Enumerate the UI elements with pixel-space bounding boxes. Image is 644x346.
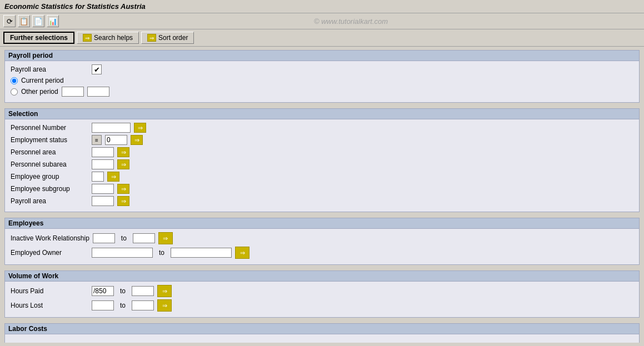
other-period-label: Other period	[21, 88, 58, 96]
section-selection: Selection Personnel Number ⇒ Employment …	[4, 108, 640, 212]
page-title: Economic Statistics for Statistics Austr…	[4, 2, 146, 11]
tab-search-helps[interactable]: ⇒ Search helps	[77, 32, 139, 44]
tab-arrow-search: ⇒	[83, 34, 92, 42]
tab-further-selections-label: Further selections	[10, 34, 68, 42]
employed-owner-row: Employed Owner to ⇒	[11, 247, 633, 259]
inactive-work-to[interactable]	[133, 233, 155, 243]
personnel-number-input[interactable]	[92, 123, 131, 133]
section-volume-of-work: Volume of Work Hours Paid to ⇒ Hours Los…	[4, 270, 640, 318]
inactive-work-from[interactable]	[93, 233, 115, 243]
watermark: © www.tutorialkart.com	[61, 17, 641, 26]
employment-status-filter-btn[interactable]: ≡	[92, 135, 102, 145]
section-labor-costs: Labor Costs	[4, 323, 640, 343]
other-period-input-2[interactable]	[87, 87, 109, 97]
employee-group-row: Employee group ⇒	[11, 172, 633, 182]
section-volume-of-work-body: Hours Paid to ⇒ Hours Lost to ⇒	[5, 282, 639, 317]
section-payroll-period: Payroll period Payroll area ✔ Current pe…	[4, 50, 640, 103]
employment-status-arrow-btn[interactable]: ⇒	[131, 135, 143, 145]
employed-owner-from[interactable]	[92, 248, 153, 258]
toolbar-btn-4[interactable]: 📊	[47, 15, 59, 27]
personnel-subarea-row: Personnel subarea ⇒	[11, 159, 633, 169]
personnel-area-label: Personnel area	[11, 148, 88, 156]
personnel-area-input[interactable]	[92, 147, 114, 157]
hours-paid-row: Hours Paid to ⇒	[11, 285, 633, 297]
hours-lost-label: Hours Lost	[11, 302, 88, 309]
toolbar-btn-1[interactable]: ⟳	[3, 15, 16, 27]
employed-owner-to[interactable]	[171, 248, 232, 258]
personnel-number-row: Personnel Number ⇒	[11, 123, 633, 133]
inactive-work-to-label: to	[118, 234, 129, 242]
hours-paid-from[interactable]	[92, 286, 114, 296]
current-period-label: Current period	[21, 77, 64, 84]
title-bar: Economic Statistics for Statistics Austr…	[0, 0, 644, 13]
section-labor-costs-header: Labor Costs	[5, 324, 639, 334]
tab-search-helps-label: Search helps	[94, 34, 133, 42]
section-payroll-period-body: Payroll area ✔ Current period Other peri…	[5, 61, 639, 102]
employee-subgroup-row: Employee subgroup ⇒	[11, 184, 633, 194]
employment-status-row: Employment status ≡ ⇒	[11, 135, 633, 145]
personnel-subarea-input[interactable]	[92, 159, 114, 169]
personnel-area-arrow-btn[interactable]: ⇒	[117, 147, 129, 157]
tab-sort-order[interactable]: ⇒ Sort order	[141, 32, 194, 44]
other-period-input-1[interactable]	[62, 87, 84, 97]
tab-arrow-sort: ⇒	[147, 34, 156, 42]
personnel-subarea-arrow-btn[interactable]: ⇒	[117, 159, 129, 169]
current-period-radio[interactable]	[11, 77, 18, 84]
payroll-area-sel-row: Payroll area ⇒	[11, 196, 633, 206]
tab-bar: Further selections ⇒ Search helps ⇒ Sort…	[0, 29, 644, 47]
payroll-area-sel-arrow-btn[interactable]: ⇒	[117, 196, 129, 206]
other-period-radio[interactable]	[11, 88, 18, 96]
personnel-number-arrow-btn[interactable]: ⇒	[134, 123, 146, 133]
employment-status-label: Employment status	[11, 136, 88, 144]
hours-lost-from[interactable]	[92, 300, 114, 310]
hours-lost-to-label: to	[117, 302, 128, 309]
employee-group-arrow-btn[interactable]: ⇒	[107, 172, 119, 182]
inactive-work-arrow-btn[interactable]: ⇒	[158, 232, 173, 244]
hours-paid-label: Hours Paid	[11, 287, 88, 295]
payroll-area-row: Payroll area ✔	[11, 64, 633, 74]
section-employees-body: Inactive Work Relationship to ⇒ Employed…	[5, 229, 639, 264]
hours-lost-row: Hours Lost to ⇒	[11, 299, 633, 312]
tab-further-selections[interactable]: Further selections	[3, 32, 74, 44]
section-payroll-period-header: Payroll period	[5, 51, 639, 61]
other-period-row: Other period	[11, 87, 633, 97]
current-period-row: Current period	[11, 77, 633, 84]
content-area: Payroll period Payroll area ✔ Current pe…	[0, 47, 644, 343]
employee-group-input[interactable]	[92, 172, 104, 182]
personnel-area-row: Personnel area ⇒	[11, 147, 633, 157]
section-selection-body: Personnel Number ⇒ Employment status ≡ ⇒…	[5, 119, 639, 212]
toolbar-btn-2[interactable]: 📋	[18, 15, 30, 27]
hours-paid-to-label: to	[117, 287, 128, 295]
hours-lost-arrow-btn[interactable]: ⇒	[157, 299, 172, 312]
section-employees-header: Employees	[5, 218, 639, 229]
hours-lost-to[interactable]	[132, 300, 154, 310]
section-labor-costs-body	[5, 334, 639, 343]
employee-subgroup-arrow-btn[interactable]: ⇒	[117, 184, 129, 194]
personnel-subarea-label: Personnel subarea	[11, 161, 88, 168]
inactive-work-row: Inactive Work Relationship to ⇒	[11, 232, 633, 244]
toolbar-btn-3[interactable]: 📄	[32, 15, 44, 27]
section-employees: Employees Inactive Work Relationship to …	[4, 218, 640, 265]
employed-owner-arrow-btn[interactable]: ⇒	[235, 247, 249, 259]
inactive-work-label: Inactive Work Relationship	[11, 234, 89, 242]
toolbar: ⟳ 📋 📄 📊 © www.tutorialkart.com	[0, 13, 644, 29]
personnel-number-label: Personnel Number	[11, 124, 88, 132]
tab-sort-order-label: Sort order	[158, 34, 188, 42]
payroll-area-sel-input[interactable]	[92, 196, 114, 206]
section-selection-header: Selection	[5, 109, 639, 119]
section-volume-of-work-header: Volume of Work	[5, 271, 639, 282]
employee-group-label: Employee group	[11, 173, 88, 180]
employed-owner-label: Employed Owner	[11, 249, 88, 257]
payroll-area-checkbox[interactable]: ✔	[92, 64, 102, 74]
payroll-area-sel-label: Payroll area	[11, 197, 88, 205]
hours-paid-to[interactable]	[132, 286, 154, 296]
payroll-area-label: Payroll area	[11, 66, 88, 73]
employment-status-input[interactable]	[105, 135, 127, 145]
employed-owner-to-label: to	[156, 249, 167, 257]
employee-subgroup-input[interactable]	[92, 184, 114, 194]
hours-paid-arrow-btn[interactable]: ⇒	[157, 285, 172, 297]
employee-subgroup-label: Employee subgroup	[11, 185, 88, 193]
